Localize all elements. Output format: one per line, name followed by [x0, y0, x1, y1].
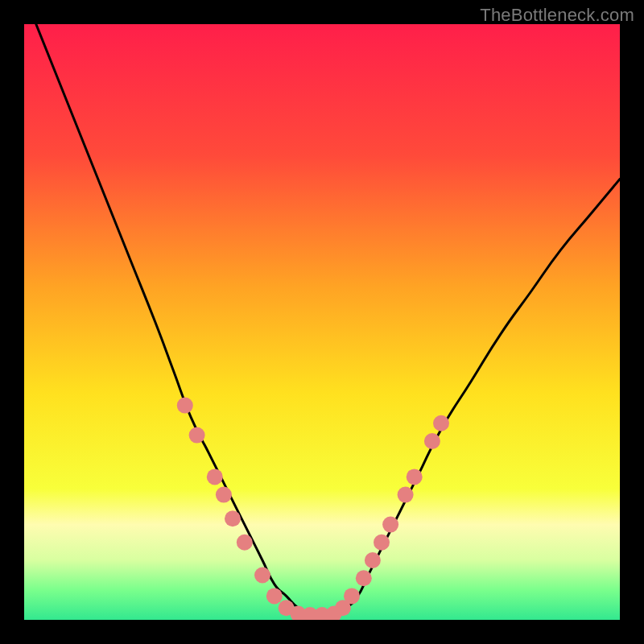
highlight-dot — [225, 510, 241, 526]
chart-svg — [24, 24, 620, 620]
highlight-dot — [356, 570, 372, 586]
highlight-dot — [407, 469, 423, 485]
highlight-dot — [237, 535, 253, 551]
watermark-label: TheBottleneck.com — [480, 5, 634, 26]
highlight-dot — [374, 535, 390, 551]
highlight-dot — [216, 487, 232, 503]
highlight-dot — [365, 552, 381, 568]
highlight-dots — [177, 398, 449, 620]
highlight-dot — [424, 433, 440, 449]
highlight-dot — [344, 588, 360, 604]
highlight-dot — [189, 427, 205, 444]
highlight-dot — [433, 415, 449, 431]
highlight-dot — [177, 398, 193, 414]
bottleneck-curve — [36, 24, 620, 615]
plot-area — [24, 24, 620, 620]
highlight-dot — [207, 469, 223, 485]
highlight-dot — [382, 517, 398, 533]
highlight-dot — [398, 487, 414, 503]
highlight-dot — [254, 568, 270, 584]
outer-frame: TheBottleneck.com — [0, 0, 644, 644]
highlight-dot — [266, 588, 283, 604]
